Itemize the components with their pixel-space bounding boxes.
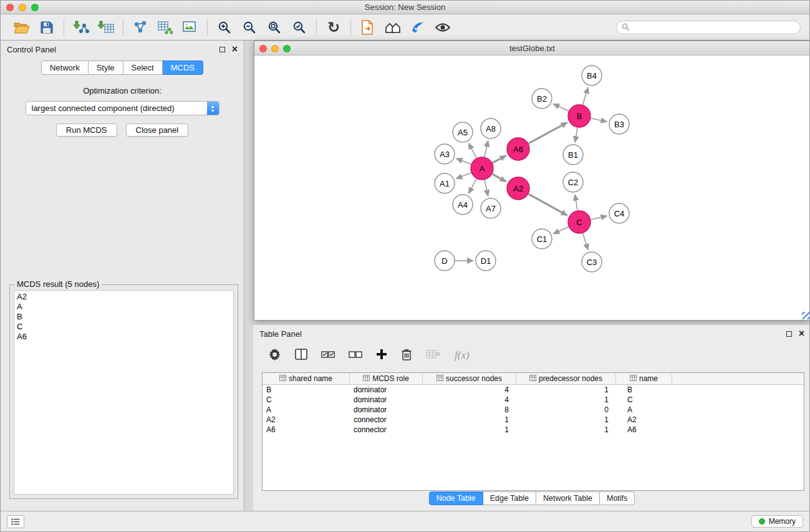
table-cell[interactable]: A6 xyxy=(263,425,350,435)
network-edge-A-A2[interactable] xyxy=(493,174,506,181)
network-edge-A-A7[interactable] xyxy=(485,180,488,196)
network-edge-A-A8[interactable] xyxy=(485,141,488,157)
network-edge-C-C2[interactable] xyxy=(575,195,577,210)
function-builder-button[interactable]: f(x) xyxy=(455,349,470,362)
network-edge-A-A1[interactable] xyxy=(456,173,471,179)
network-node-A2[interactable]: A2 xyxy=(507,177,529,200)
network-node-C3[interactable]: C3 xyxy=(582,252,602,272)
tab-mcds[interactable]: MCDS xyxy=(163,60,203,75)
table-cell[interactable]: C xyxy=(263,395,350,405)
network-node-C[interactable]: C xyxy=(568,211,591,233)
zoom-fit-button[interactable] xyxy=(262,17,287,37)
column-header-predecessor-nodes[interactable]: predecessor nodes xyxy=(516,373,616,384)
table-cell[interactable]: dominator xyxy=(350,405,423,415)
add-column-button[interactable] xyxy=(376,349,387,362)
network-edge-C-C4[interactable] xyxy=(591,216,607,220)
table-settings-button[interactable] xyxy=(268,348,281,364)
zoom-selected-button[interactable] xyxy=(287,17,312,37)
network-edge-B-B1[interactable] xyxy=(575,128,577,142)
tab-style[interactable]: Style xyxy=(89,60,123,75)
deselect-all-button[interactable] xyxy=(349,349,362,362)
result-item[interactable]: A2 xyxy=(17,292,231,302)
float-panel-icon[interactable] xyxy=(219,47,225,52)
network-node-A7[interactable]: A7 xyxy=(481,198,501,218)
zoom-view-button[interactable] xyxy=(283,45,291,52)
tab-edge-table[interactable]: Edge Table xyxy=(483,491,536,505)
zoom-in-button[interactable] xyxy=(212,17,237,37)
search-input[interactable] xyxy=(633,22,795,32)
table-cell[interactable]: dominator xyxy=(350,395,423,405)
open-session-button[interactable] xyxy=(9,17,34,37)
table-cell[interactable]: dominator xyxy=(350,385,423,395)
network-node-C4[interactable]: C4 xyxy=(609,203,629,223)
memory-button[interactable]: Memory xyxy=(751,515,803,528)
close-view-button[interactable] xyxy=(259,45,267,52)
network-edge-A-A4[interactable] xyxy=(468,179,476,194)
close-panel-button[interactable]: Close panel xyxy=(126,123,189,137)
tab-motifs[interactable]: Motifs xyxy=(600,491,635,505)
network-node-A6[interactable]: A6 xyxy=(507,138,529,160)
minimize-window-button[interactable] xyxy=(19,4,26,11)
network-edge-C-C1[interactable] xyxy=(553,227,568,234)
table-cell[interactable]: connector xyxy=(350,425,423,435)
delete-column-button[interactable] xyxy=(401,348,412,363)
optimization-criterion-dropdown[interactable]: largest connected component (directed) ▲… xyxy=(26,101,219,115)
network-window-titlebar[interactable]: testGlobe.txt xyxy=(254,41,810,56)
search-field[interactable] xyxy=(616,21,801,34)
export-table-button[interactable] xyxy=(153,17,178,37)
network-edge-A6-B[interactable] xyxy=(529,122,567,143)
network-edge-B-B4[interactable] xyxy=(583,87,589,105)
table-cell[interactable]: 8 xyxy=(423,405,516,415)
network-node-B3[interactable]: B3 xyxy=(609,114,629,134)
result-item[interactable]: A xyxy=(17,302,231,312)
mcds-result-list[interactable]: A2ABCA6 xyxy=(14,290,234,495)
table-cell[interactable]: 1 xyxy=(516,415,616,425)
show-columns-button[interactable] xyxy=(295,349,307,362)
import-network-button[interactable] xyxy=(69,17,94,37)
table-cell[interactable]: 1 xyxy=(516,425,616,435)
float-panel-icon[interactable] xyxy=(786,331,792,337)
import-document-button[interactable] xyxy=(355,17,380,37)
refresh-layout-button[interactable]: ↻ xyxy=(321,17,346,37)
show-hide-button[interactable] xyxy=(430,17,455,37)
table-cell[interactable]: A2 xyxy=(616,415,672,425)
apply-style-button[interactable] xyxy=(405,17,430,37)
network-node-A1[interactable]: A1 xyxy=(435,173,455,193)
network-canvas[interactable]: B4B2BB3A5A8A6A3B1AC2A1A2A4A7C4CC1DD1C3 xyxy=(254,56,810,320)
table-cell[interactable]: 1 xyxy=(516,385,616,395)
network-node-C2[interactable]: C2 xyxy=(563,172,583,192)
network-edge-C-C3[interactable] xyxy=(583,233,588,250)
tab-network[interactable]: Network xyxy=(41,60,89,75)
network-edge-B-B2[interactable] xyxy=(553,104,569,111)
result-item[interactable]: B xyxy=(17,312,231,322)
network-edge-A2-C[interactable] xyxy=(529,194,567,215)
column-header-name[interactable]: name xyxy=(616,373,672,384)
table-cell[interactable]: A xyxy=(616,405,672,415)
table-cell[interactable]: A xyxy=(263,405,350,415)
network-node-A5[interactable]: A5 xyxy=(453,122,473,142)
table-cell[interactable]: 0 xyxy=(516,405,616,415)
network-node-D[interactable]: D xyxy=(435,251,455,271)
home-button[interactable] xyxy=(380,17,405,37)
network-node-A4[interactable]: A4 xyxy=(453,195,473,215)
resize-grip-icon[interactable] xyxy=(802,312,809,319)
table-cell[interactable]: 1 xyxy=(423,415,516,425)
export-image-button[interactable] xyxy=(178,17,203,37)
network-edge-A-A6[interactable] xyxy=(493,155,506,163)
result-item[interactable]: A6 xyxy=(17,332,231,342)
network-node-A3[interactable]: A3 xyxy=(435,144,455,164)
network-node-C1[interactable]: C1 xyxy=(532,229,552,249)
column-header-shared-name[interactable]: shared name xyxy=(263,373,350,384)
zoom-out-button[interactable] xyxy=(237,17,262,37)
column-header-successor-nodes[interactable]: successor nodes xyxy=(423,373,516,384)
network-node-A8[interactable]: A8 xyxy=(481,118,501,138)
tab-node-table[interactable]: Node Table xyxy=(429,491,483,505)
delete-table-button[interactable] xyxy=(426,349,441,362)
column-header-MCDS-role[interactable]: MCDS role xyxy=(350,373,423,384)
table-cell[interactable]: 4 xyxy=(423,395,516,405)
export-network-button[interactable] xyxy=(128,17,153,37)
minimize-view-button[interactable] xyxy=(271,45,279,52)
network-node-B1[interactable]: B1 xyxy=(563,145,583,165)
table-row[interactable]: Adominator80A xyxy=(263,405,804,415)
table-cell[interactable]: 4 xyxy=(423,385,516,395)
